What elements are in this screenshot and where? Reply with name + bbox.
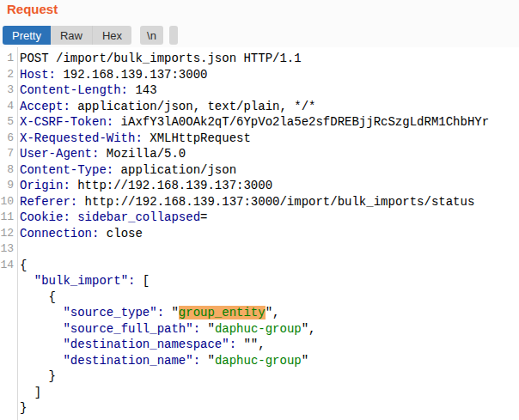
code-text: "source_type": "group_entity",: [17, 305, 280, 321]
view-mode-tab-group: Pretty Raw Hex: [3, 26, 131, 45]
tab-hex[interactable]: Hex: [92, 26, 131, 45]
line-number: [0, 400, 17, 417]
code-text: Content-Length: 143: [17, 82, 157, 99]
line-number: 10: [0, 194, 17, 210]
line-number: [0, 321, 17, 338]
line-number: 3: [0, 82, 17, 99]
line-number: 11: [0, 210, 17, 226]
code-lines: 1POST /import/bulk_imports.json HTTP/1.1…: [0, 51, 519, 417]
code-text: }: [17, 368, 56, 385]
code-text: "source_full_path": "daphuc-group",: [17, 321, 316, 338]
line-number: 7: [0, 146, 17, 162]
code-text: "bulk_import": [: [17, 273, 150, 289]
code-line: 2Host: 192.168.139.137:3000: [0, 67, 519, 83]
code-text: {: [17, 289, 56, 306]
code-line: "destination_name": "daphuc-group": [0, 353, 519, 369]
code-line: 11Cookie: sidebar_collapsed=: [0, 210, 519, 226]
line-number: 9: [0, 178, 17, 194]
code-text: Host: 192.168.139.137:3000: [17, 67, 207, 83]
line-number: [0, 353, 17, 369]
line-number: [0, 337, 17, 353]
show-newlines-button[interactable]: \n: [140, 26, 163, 45]
code-line: 13: [0, 241, 519, 258]
line-number: [0, 385, 17, 401]
line-number: [0, 305, 17, 321]
code-text: Accept: application/json, text/plain, */…: [17, 99, 315, 115]
code-line: 9Origin: http://192.168.139.137:3000: [0, 178, 519, 194]
code-line: 4Accept: application/json, text/plain, *…: [0, 99, 519, 115]
request-editor[interactable]: 1POST /import/bulk_imports.json HTTP/1.1…: [0, 47, 519, 420]
code-line: 3Content-Length: 143: [0, 82, 519, 99]
gutter-divider: [17, 47, 18, 420]
code-text: X-CSRF-Token: iAxfY3lA0OAk2qT/6YpVo2la5e…: [17, 114, 489, 131]
code-line: 7User-Agent: Mozilla/5.0: [0, 146, 519, 162]
highlighted-text[interactable]: group_entity: [179, 306, 266, 320]
code-text: User-Agent: Mozilla/5.0: [17, 146, 186, 162]
code-text: Content-Type: application/json: [17, 162, 236, 179]
code-line: 6X-Requested-With: XMLHttpRequest: [0, 131, 519, 147]
line-number: 6: [0, 131, 17, 147]
line-number: 13: [0, 241, 17, 258]
code-line: {: [0, 289, 519, 306]
code-line: 14{: [0, 258, 519, 274]
code-text: ]: [17, 385, 41, 401]
code-text: "destination_name": "daphuc-group": [17, 353, 308, 369]
line-number: 12: [0, 226, 17, 242]
request-panel-title: Request: [7, 2, 58, 16]
line-number: 2: [0, 67, 17, 83]
code-text: X-Requested-With: XMLHttpRequest: [17, 131, 251, 147]
code-line: "bulk_import": [: [0, 273, 519, 289]
line-number: 5: [0, 114, 17, 131]
code-line: 10Referer: http://192.168.139.137:3000/i…: [0, 194, 519, 210]
line-number: [0, 273, 17, 289]
request-panel: Request Pretty Raw Hex \n 1POST /import/…: [0, 0, 519, 420]
code-line: 12Connection: close: [0, 226, 519, 242]
code-text: Referer: http://192.168.139.137:3000/imp…: [17, 194, 474, 210]
code-line: "destination_namespace": "",: [0, 337, 519, 353]
code-text: Cookie: sidebar_collapsed=: [17, 210, 207, 226]
code-text: {: [17, 258, 27, 274]
message-editor-toolbar: Pretty Raw Hex \n: [3, 26, 178, 45]
code-line: 1POST /import/bulk_imports.json HTTP/1.1: [0, 51, 519, 67]
code-line: "source_full_path": "daphuc-group",: [0, 321, 519, 338]
tab-pretty[interactable]: Pretty: [3, 26, 51, 45]
editor-menu-button[interactable]: [169, 26, 178, 45]
line-number: 1: [0, 51, 17, 67]
code-text: Origin: http://192.168.139.137:3000: [17, 178, 272, 194]
code-text: POST /import/bulk_imports.json HTTP/1.1: [17, 51, 302, 67]
code-line: "source_type": "group_entity",: [0, 305, 519, 321]
code-line: 5X-CSRF-Token: iAxfY3lA0OAk2qT/6YpVo2la5…: [0, 114, 519, 131]
line-number: 14: [0, 258, 17, 274]
code-text: Connection: close: [17, 226, 143, 242]
tab-raw[interactable]: Raw: [51, 26, 92, 45]
line-number: [0, 289, 17, 306]
code-line: 8Content-Type: application/json: [0, 162, 519, 179]
code-text: }: [17, 400, 27, 417]
code-line: }: [0, 368, 519, 385]
code-line: ]: [0, 385, 519, 401]
code-text: "destination_namespace": "",: [17, 337, 266, 353]
line-number: [0, 368, 17, 385]
code-line: }: [0, 400, 519, 417]
line-number: 4: [0, 99, 17, 115]
line-number: 8: [0, 162, 17, 179]
